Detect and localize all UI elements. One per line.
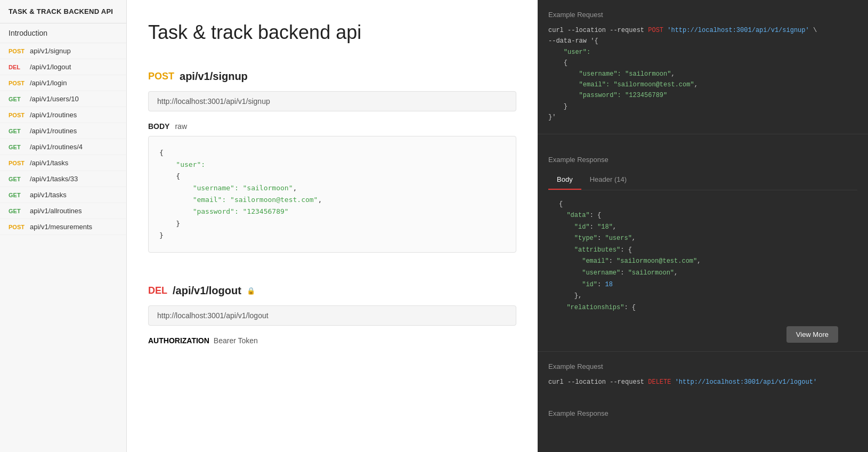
curl-line-7: "password": "123456789" [548, 90, 857, 101]
sidebar-item[interactable]: GET/api/v1/routines [0, 123, 126, 139]
tab-header[interactable]: Header (14) [581, 170, 635, 190]
example-response-lower-title: Example Response [548, 409, 857, 417]
logout-auth-label: AUTHORIZATION Bearer Token [148, 336, 516, 345]
example-response-logout: Example Response [538, 399, 868, 424]
curl-line-4: { [548, 58, 857, 68]
sidebar-method-badge: DEL [9, 64, 26, 70]
signup-body-label: BODY raw [148, 122, 516, 131]
sidebar-method-badge: GET [9, 176, 26, 182]
sidebar-endpoint: api/v1/mesurements [30, 223, 92, 231]
resp-line-8: "id": 18 [559, 279, 847, 291]
sidebar-method-badge: POST [9, 80, 26, 86]
lock-icon: 🔒 [247, 287, 255, 295]
sidebar-item[interactable]: GET/api/v1/users/10 [0, 91, 126, 107]
signup-section-header: POST api/v1/signup [148, 70, 516, 83]
sidebar-method-badge: POST [9, 112, 26, 118]
logout-url-bar: http://localhost:3001/api/v1/logout [148, 305, 516, 326]
logout-method-badge: DEL [148, 285, 167, 296]
logout-endpoint: /api/v1/logout [173, 285, 241, 297]
signup-body-label-text: BODY [148, 122, 169, 131]
logout-section: DEL /api/v1/logout 🔒 http://localhost:30… [148, 285, 516, 345]
resp-line-2: "data": { [559, 210, 847, 222]
sidebar-method-badge: GET [9, 128, 26, 134]
signup-url-bar: http://localhost:3001/api/v1/signup [148, 91, 516, 111]
curl-line-8: } [548, 101, 857, 112]
resp-line-1: { [559, 199, 847, 211]
sidebar-endpoint: api/v1/allroutines [30, 207, 82, 215]
sidebar-endpoint: api/v1/signup [30, 47, 71, 55]
example-response-signup: Example Response Body Header (14) { "dat… [538, 134, 868, 352]
resp-line-9: }, [559, 290, 847, 302]
resp-line-7: "username": "sailormoon", [559, 268, 847, 279]
sidebar-item[interactable]: POST/api/v1/routines [0, 107, 126, 123]
response-body-block: { "data": { "id": "18", "type": "users",… [548, 190, 857, 322]
resp-line-5: "attributes": { [559, 245, 847, 256]
sidebar-item[interactable]: POSTapi/v1/signup [0, 43, 126, 59]
sidebar-endpoint: /api/v1/tasks/33 [30, 175, 78, 183]
example-request-title: Example Request [548, 11, 857, 19]
resp-line-10: "relationships": { [559, 302, 847, 314]
curl-line-3: "user": [548, 47, 857, 58]
example-request-logout: Example Request curl --location --reques… [538, 352, 868, 398]
sidebar-endpoint: /api/v1/tasks [30, 159, 68, 167]
signup-endpoint: api/v1/signup [180, 70, 248, 83]
sidebar-endpoint: /api/v1/login [30, 79, 67, 87]
curl-line-1: curl --location --request POST 'http://l… [548, 25, 857, 36]
resp-line-4: "type": "users", [559, 233, 847, 245]
view-more-container: View More [548, 322, 857, 335]
curl-signup-block: curl --location --request POST 'http://l… [548, 25, 857, 134]
sidebar-item[interactable]: GETapi/v1/allroutines [0, 203, 126, 219]
sidebar-item[interactable]: GETapi/v1/tasks [0, 187, 126, 203]
sidebar-endpoint: /api/v1/routines/4 [30, 143, 83, 151]
sidebar-method-badge: GET [9, 96, 26, 102]
sidebar-title: TASK & TRACK BACKEND API [0, 0, 126, 23]
sidebar-method-badge: GET [9, 208, 26, 214]
sidebar-method-badge: POST [9, 48, 26, 54]
sidebar-item[interactable]: POSTapi/v1/mesurements [0, 219, 126, 235]
sidebar-method-badge: POST [9, 160, 26, 166]
sidebar-item[interactable]: POST/api/v1/login [0, 75, 126, 91]
sidebar-intro[interactable]: Introduction [0, 23, 126, 43]
sidebar: TASK & TRACK BACKEND API Introduction PO… [0, 0, 127, 452]
logout-section-header: DEL /api/v1/logout 🔒 [148, 285, 516, 297]
auth-label-text: AUTHORIZATION [148, 336, 209, 345]
sidebar-endpoint: /api/v1/users/10 [30, 95, 79, 103]
sidebar-item[interactable]: POST/api/v1/tasks [0, 155, 126, 171]
sidebar-item[interactable]: GET/api/v1/tasks/33 [0, 171, 126, 187]
sidebar-method-badge: POST [9, 224, 26, 230]
sidebar-endpoint: /api/v1/logout [30, 63, 71, 71]
sidebar-endpoint: api/v1/tasks [30, 191, 67, 199]
example-request-lower-title: Example Request [548, 362, 857, 370]
sidebar-method-badge: GET [9, 144, 26, 150]
resp-line-6: "email": "sailormoon@test.com", [559, 256, 847, 268]
main-content: Task & track backend api POST api/v1/sig… [127, 0, 538, 452]
sidebar-method-badge: GET [9, 192, 26, 198]
resp-line-3: "id": "18", [559, 222, 847, 233]
sidebar-endpoint: /api/v1/routines [30, 127, 77, 135]
tab-body[interactable]: Body [548, 170, 581, 190]
view-more-button[interactable]: View More [786, 326, 838, 343]
example-response-title: Example Response [548, 145, 857, 164]
sidebar-endpoint: /api/v1/routines [30, 111, 77, 119]
sidebar-item[interactable]: GET/api/v1/routines/4 [0, 139, 126, 155]
example-request-signup: Example Request curl --location --reques… [538, 0, 868, 134]
signup-body-code: { "user": { "username": "sailormoon", "e… [148, 136, 516, 253]
auth-type: Bearer Token [214, 336, 258, 345]
page-title: Task & track backend api [148, 21, 516, 44]
right-panel: Example Request curl --location --reques… [538, 0, 868, 452]
curl-logout-block: curl --location --request DELETE 'http:/… [548, 377, 857, 398]
curl-line-2: --data-raw '{ [548, 36, 857, 46]
curl-line-5: "username": "sailormoon", [548, 69, 857, 79]
sidebar-item[interactable]: DEL/api/v1/logout [0, 59, 126, 75]
signup-method-badge: POST [148, 71, 174, 82]
signup-section: POST api/v1/signup http://localhost:3001… [148, 70, 516, 253]
curl-line-9: }' [548, 112, 857, 123]
curl-line-6: "email": "sailormoon@test.com", [548, 79, 857, 90]
response-tabs-bar: Body Header (14) [548, 170, 857, 190]
signup-body-type: raw [175, 122, 187, 131]
